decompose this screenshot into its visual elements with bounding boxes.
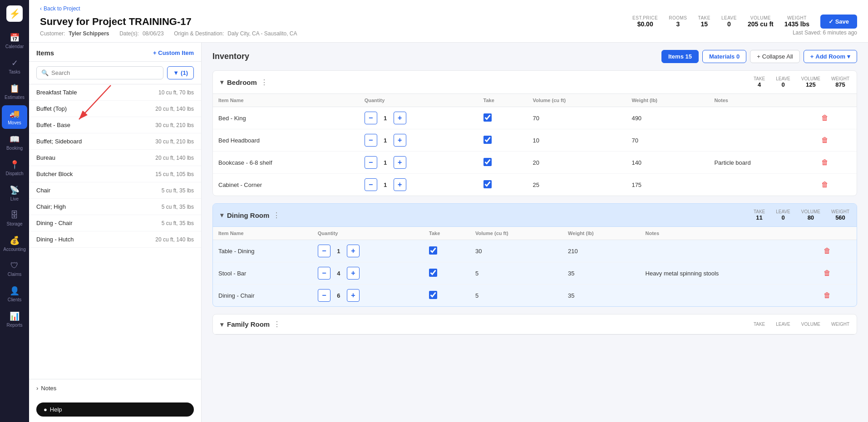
delete-item-button[interactable]: 🗑: [821, 158, 829, 167]
delete-item-button[interactable]: 🗑: [824, 247, 831, 255]
qty-minus-button[interactable]: −: [365, 134, 377, 147]
take-checkbox[interactable]: [483, 136, 492, 144]
sidebar-item-label: Storage: [6, 221, 22, 226]
sidebar-item-label: Calendar: [5, 44, 24, 49]
list-item[interactable]: Chair 5 cu ft, 35 lbs: [29, 182, 201, 199]
sidebar-item-storage[interactable]: 🗄 Storage: [2, 207, 27, 230]
calendar-icon: 📅: [10, 33, 20, 43]
sidebar-item-estimates[interactable]: 📋 Estimates: [2, 80, 27, 103]
qty-minus-button[interactable]: −: [365, 178, 377, 191]
qty-plus-button[interactable]: +: [347, 245, 360, 257]
notes-cell: Heavy metal spinning stools: [640, 262, 819, 285]
list-item[interactable]: Chair; High 5 cu ft, 35 lbs: [29, 199, 201, 215]
delete-item-button[interactable]: 🗑: [821, 181, 829, 189]
item-name-cell: Bed - King: [213, 107, 359, 129]
sidebar-item-moves[interactable]: 🚚 Moves: [2, 105, 27, 129]
room-more-button-bedroom[interactable]: ⋮: [261, 78, 268, 87]
volume-cell: 5: [470, 262, 562, 285]
weight-cell: 70: [626, 129, 709, 152]
delete-item-button[interactable]: 🗑: [824, 291, 831, 299]
take-cell: [478, 152, 528, 174]
collapse-family-button[interactable]: ▾: [220, 321, 223, 328]
list-item[interactable]: Buffet (Top) 20 cu ft, 140 lbs: [29, 101, 201, 117]
list-item[interactable]: Dining - Chair 5 cu ft, 35 lbs: [29, 215, 201, 231]
room-header-dining: ▾ Dining Room ⋮ TAKE 11 LEAVE 0: [213, 204, 857, 227]
sidebar-item-calendar[interactable]: 📅 Calendar: [2, 29, 27, 53]
tab-items[interactable]: Items 15: [661, 50, 699, 63]
qty-plus-button[interactable]: +: [347, 289, 360, 302]
qty-plus-button[interactable]: +: [394, 134, 406, 147]
sidebar-item-live[interactable]: 📡 Live: [2, 182, 27, 205]
take-checkbox[interactable]: [483, 113, 492, 122]
save-button[interactable]: ✓ Save: [820, 15, 857, 29]
qty-plus-button[interactable]: +: [347, 267, 360, 280]
help-button[interactable]: ● Help: [36, 402, 194, 417]
col-weight: Weight (lb): [626, 94, 709, 107]
qty-plus-button[interactable]: +: [394, 156, 406, 169]
take-checkbox[interactable]: [429, 269, 437, 277]
add-room-button[interactable]: + Add Room ▾: [804, 50, 857, 63]
sidebar-item-accounting[interactable]: 💰 Accounting: [2, 232, 27, 255]
col-volume: Volume (cu ft): [528, 94, 626, 107]
storage-icon: 🗄: [10, 211, 19, 220]
notes-section[interactable]: › Notes: [29, 379, 201, 397]
sidebar-item-reports[interactable]: 📊 Reports: [2, 308, 27, 331]
sidebar-item-dispatch[interactable]: 📍 Dispatch: [2, 156, 27, 180]
qty-plus-button[interactable]: +: [394, 178, 406, 191]
delete-item-button[interactable]: 🗑: [824, 269, 831, 277]
collapse-bedroom-button[interactable]: ▾: [220, 79, 223, 86]
sidebar-item-claims[interactable]: 🛡 Claims: [2, 257, 27, 280]
weight-cell: 35: [562, 262, 640, 285]
take-checkbox[interactable]: [429, 246, 437, 255]
qty-minus-button[interactable]: −: [318, 245, 330, 257]
filter-button[interactable]: ▼ (1): [167, 66, 194, 79]
back-link[interactable]: ‹ Back to Project: [40, 5, 857, 12]
list-item[interactable]: Dining - Hutch 20 cu ft, 140 lbs: [29, 231, 201, 248]
sidebar-item-label: Tasks: [9, 69, 20, 74]
delete-item-button[interactable]: 🗑: [821, 114, 829, 122]
qty-minus-button[interactable]: −: [365, 156, 377, 169]
collapse-dining-button[interactable]: ▾: [220, 211, 223, 219]
sidebar-item-booking[interactable]: 📖 Booking: [2, 131, 27, 154]
room-stats-dining: TAKE 11 LEAVE 0 VOLUME 80 WEIGHT: [754, 209, 849, 221]
take-cell: [424, 262, 470, 285]
qty-cell: − 1 +: [359, 129, 478, 152]
qty-cell: − 4 +: [312, 262, 424, 285]
room-more-button-family[interactable]: ⋮: [273, 320, 281, 329]
search-filter-row: 🔍 ▼ (1): [29, 62, 201, 84]
take-checkbox[interactable]: [483, 158, 492, 166]
qty-minus-button[interactable]: −: [318, 267, 330, 280]
col-quantity: Quantity: [312, 227, 424, 240]
list-item[interactable]: Buffet - Base 30 cu ft, 210 lbs: [29, 117, 201, 133]
qty-minus-button[interactable]: −: [318, 289, 330, 302]
sidebar-item-tasks[interactable]: ✓ Tasks: [2, 54, 27, 78]
room-more-button-dining[interactable]: ⋮: [273, 211, 280, 220]
inventory-title: Inventory: [212, 52, 249, 61]
tab-materials[interactable]: Materials 0: [702, 50, 746, 63]
live-icon: 📡: [10, 185, 20, 195]
take-checkbox[interactable]: [429, 291, 437, 299]
list-item[interactable]: Bureau 20 cu ft, 140 lbs: [29, 150, 201, 166]
notes-cell: [709, 107, 815, 129]
nav-logo: ⚡: [6, 5, 23, 22]
qty-plus-button[interactable]: +: [394, 112, 406, 124]
inventory-panel: Inventory Items 15 Materials 0 + Collaps…: [202, 43, 868, 422]
sidebar-item-clients[interactable]: 👤 Clients: [2, 282, 27, 306]
qty-minus-button[interactable]: −: [365, 112, 377, 124]
page-title: Survey for Project TRAINING-17: [40, 16, 192, 28]
search-icon: 🔍: [41, 69, 49, 76]
custom-item-button[interactable]: + Custom Item: [153, 49, 194, 56]
list-item[interactable]: Breakfast Table 10 cu ft, 70 lbs: [29, 84, 201, 101]
search-input[interactable]: [51, 69, 158, 76]
item-name-cell: Bookcase - 6-8 shelf: [213, 152, 359, 174]
list-item[interactable]: Buffet; Sideboard 30 cu ft, 210 lbs: [29, 133, 201, 150]
notes-cell: [640, 240, 819, 262]
collapse-all-button[interactable]: + Collapse All: [750, 50, 800, 63]
sidebar-item-label: Clients: [8, 297, 22, 302]
items-panel-title: Items: [36, 49, 54, 57]
list-item[interactable]: Butcher Block 15 cu ft, 105 lbs: [29, 166, 201, 182]
delete-item-button[interactable]: 🗑: [821, 136, 829, 144]
col-notes: Notes: [709, 94, 815, 107]
volume-cell: 70: [528, 107, 626, 129]
take-checkbox[interactable]: [483, 180, 492, 188]
